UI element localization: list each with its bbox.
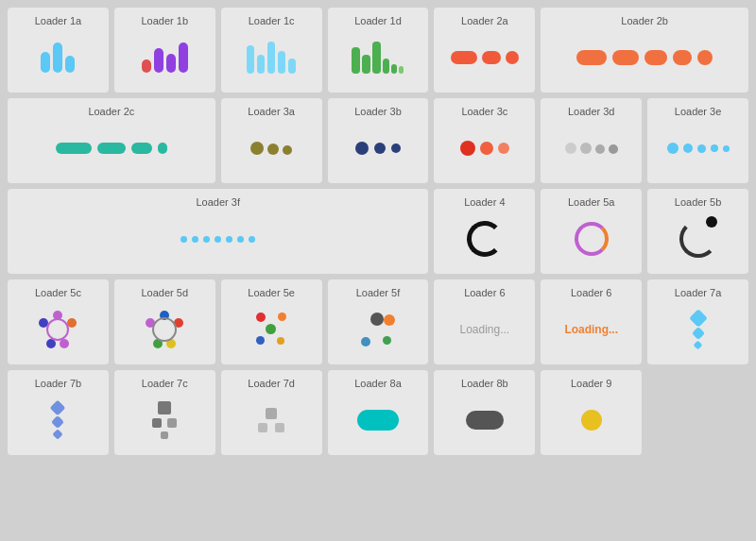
card-loader-9: Loader 9 <box>541 370 642 455</box>
loader-3e-anim <box>667 143 730 154</box>
label-3a: Loader 3a <box>248 106 295 117</box>
dot <box>581 410 602 431</box>
card-loader-6b: Loader 6 Loading... <box>541 279 642 364</box>
visual-1b <box>118 30 212 85</box>
card-loader-5c: Loader 5c <box>8 279 109 364</box>
visual-7d <box>225 393 318 448</box>
pill <box>576 50 607 65</box>
visual-3a <box>225 121 318 176</box>
loading-text-orange: Loading... <box>564 323 618 336</box>
label-1b: Loader 1b <box>142 15 189 26</box>
card-loader-5a: Loader 5a <box>541 189 642 274</box>
pill <box>466 411 504 430</box>
label-3b: Loader 3b <box>354 106 402 117</box>
dot <box>250 142 264 155</box>
loader-7b-anim <box>52 402 63 438</box>
visual-8a <box>332 393 425 448</box>
label-1a: Loader 1a <box>35 15 82 26</box>
diamond <box>691 326 704 339</box>
loader-3d-anim <box>565 143 618 154</box>
card-loader-7a: Loader 7a <box>647 279 748 364</box>
visual-1d <box>332 30 425 85</box>
label-7d: Loader 7d <box>248 378 295 389</box>
bar <box>391 64 397 74</box>
visual-5f <box>332 302 425 357</box>
loader-5b-anim <box>678 218 719 260</box>
label-9: Loader 9 <box>571 378 611 389</box>
card-loader-3c: Loader 3c <box>434 98 535 183</box>
card-loader-5d: Loader 5d <box>114 279 215 364</box>
dot <box>667 143 679 154</box>
card-loader-3e: Loader 3e <box>647 98 748 183</box>
pill <box>673 50 692 65</box>
label-2b: Loader 2b <box>621 15 668 26</box>
pill <box>612 50 639 65</box>
loader-grid: Loader 1a Loader 1b Loader 1c <box>8 8 748 455</box>
dot <box>370 313 384 326</box>
card-loader-7b: Loader 7b <box>8 370 109 455</box>
card-loader-3d: Loader 3d <box>541 98 642 183</box>
dot <box>215 236 221 243</box>
ring <box>467 221 503 257</box>
loader-2b-anim <box>576 50 713 65</box>
bar <box>257 55 265 74</box>
ring <box>46 318 69 341</box>
visual-7b <box>11 393 105 448</box>
label-3d: Loader 3d <box>568 106 615 117</box>
card-loader-1d: Loader 1d <box>328 8 429 93</box>
diamond <box>51 415 64 429</box>
card-loader-8a: Loader 8a <box>328 370 429 455</box>
card-loader-3b: Loader 3b <box>328 98 429 183</box>
visual-2b <box>544 30 745 85</box>
dot <box>355 142 369 155</box>
diamond <box>53 429 63 439</box>
pill <box>506 51 519 64</box>
loader-4-anim <box>467 221 503 257</box>
bar <box>288 59 296 74</box>
dot <box>180 236 187 243</box>
dot <box>706 216 717 228</box>
loader-5a-anim <box>575 222 609 256</box>
visual-2c <box>11 121 212 176</box>
visual-2a <box>438 30 531 85</box>
diamond <box>689 309 708 328</box>
card-loader-5e: Loader 5e <box>221 279 322 364</box>
label-3e: Loader 3e <box>675 106 722 117</box>
square <box>266 408 277 419</box>
label-3c: Loader 3c <box>461 106 507 117</box>
label-5e: Loader 5e <box>248 287 295 298</box>
dot <box>609 144 618 154</box>
label-5b: Loader 5b <box>675 196 722 208</box>
visual-5c <box>11 302 105 357</box>
label-6a: Loader 6 <box>464 287 505 298</box>
square <box>167 418 177 428</box>
bar <box>154 48 163 73</box>
dot <box>277 337 284 345</box>
visual-5e <box>225 302 318 357</box>
label-5d: Loader 5d <box>142 287 189 298</box>
loader-3a-anim <box>250 142 292 155</box>
visual-3b <box>332 121 425 176</box>
loader-9-anim <box>581 410 602 431</box>
label-5f: Loader 5f <box>356 287 400 298</box>
dot <box>278 313 286 321</box>
label-7b: Loader 7b <box>35 378 82 389</box>
bar <box>53 42 62 73</box>
bar <box>41 52 50 73</box>
card-loader-3a: Loader 3a <box>221 98 322 183</box>
visual-6b: Loading... <box>544 302 638 357</box>
dot <box>391 144 401 153</box>
square <box>161 431 168 439</box>
card-loader-1b: Loader 1b <box>114 8 215 93</box>
card-loader-7d: Loader 7d <box>221 370 322 455</box>
bar <box>179 42 188 73</box>
visual-3c <box>438 121 531 176</box>
square <box>275 423 284 432</box>
bar <box>362 55 370 74</box>
visual-1c <box>225 30 318 85</box>
dot <box>460 141 475 156</box>
visual-6a: Loading... <box>438 302 531 357</box>
dot <box>683 144 693 153</box>
dot <box>595 144 605 154</box>
dot <box>697 144 706 153</box>
